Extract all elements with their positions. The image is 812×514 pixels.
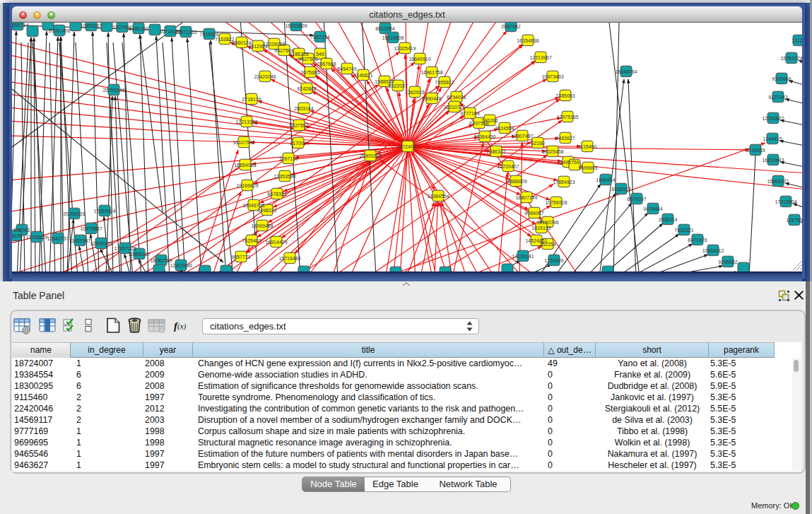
- svg-text:12213967: 12213967: [529, 55, 551, 60]
- svg-text:2935114: 2935114: [659, 217, 678, 222]
- svg-text:16782759: 16782759: [150, 258, 172, 263]
- svg-text:17359924: 17359924: [93, 209, 115, 214]
- svg-text:8454749: 8454749: [337, 66, 356, 71]
- svg-text:15716485: 15716485: [278, 256, 300, 261]
- svg-text:3498222: 3498222: [257, 208, 276, 213]
- svg-text:3675685: 3675685: [300, 70, 319, 75]
- svg-text:12975165: 12975165: [556, 115, 578, 119]
- svg-text:14136141: 14136141: [512, 254, 534, 259]
- svg-text:9115460: 9115460: [578, 144, 597, 149]
- svg-text:10654112: 10654112: [702, 248, 724, 253]
- svg-text:17957225: 17957225: [114, 246, 136, 251]
- svg-text:7632621: 7632621: [674, 228, 693, 233]
- svg-text:8990448: 8990448: [422, 96, 441, 101]
- svg-text:16154838: 16154838: [517, 38, 539, 43]
- svg-text:12213369: 12213369: [235, 119, 257, 124]
- svg-text:1362615: 1362615: [405, 90, 424, 95]
- svg-text:18807249: 18807249: [515, 195, 537, 200]
- svg-text:16033809: 16033809: [285, 23, 307, 28]
- svg-text:7625402: 7625402: [242, 238, 261, 243]
- svg-text:10046738: 10046738: [242, 203, 264, 208]
- svg-text:7955812: 7955812: [435, 80, 454, 85]
- svg-text:18640910: 18640910: [408, 57, 430, 62]
- svg-text:2867608: 2867608: [317, 62, 336, 66]
- svg-text:13325419: 13325419: [394, 46, 416, 51]
- svg-text:12093822: 12093822: [762, 116, 784, 121]
- svg-text:16120746: 16120746: [536, 220, 558, 225]
- svg-text:20053346: 20053346: [102, 88, 124, 93]
- svg-text:17016504: 17016504: [775, 199, 796, 204]
- svg-text:8215955: 8215955: [746, 148, 765, 153]
- svg-text:11156829: 11156829: [26, 235, 47, 240]
- svg-text:20206526: 20206526: [63, 211, 85, 216]
- svg-text:12942737: 12942737: [47, 236, 69, 241]
- svg-text:10807487: 10807487: [511, 134, 533, 139]
- svg-text:7857224: 7857224: [310, 35, 329, 40]
- svg-text:22420046: 22420046: [254, 74, 276, 79]
- svg-text:10756928: 10756928: [545, 200, 567, 205]
- svg-text:2803144: 2803144: [294, 106, 313, 111]
- svg-text:19218506: 19218506: [382, 35, 404, 40]
- svg-text:9227343: 9227343: [768, 95, 787, 100]
- svg-text:12923446: 12923446: [170, 263, 192, 268]
- svg-text:16648784: 16648784: [615, 69, 637, 74]
- svg-text:1640954: 1640954: [596, 177, 615, 182]
- svg-text:16914479: 16914479: [265, 240, 287, 245]
- svg-text:7485063: 7485063: [555, 93, 575, 98]
- svg-text:2718176: 2718176: [242, 97, 261, 102]
- svg-text:252254: 252254: [539, 242, 555, 247]
- svg-text:25300203: 25300203: [359, 153, 381, 158]
- svg-text:9084067: 9084067: [524, 211, 543, 216]
- svg-text:14099488: 14099488: [251, 223, 273, 228]
- svg-text:8678332: 8678332: [267, 192, 286, 197]
- svg-text:12505135: 12505135: [90, 241, 112, 246]
- svg-text:546: 546: [316, 52, 324, 57]
- svg-text:9329966: 9329966: [772, 76, 791, 81]
- svg-text:9777169: 9777169: [460, 111, 479, 116]
- svg-text:9245652: 9245652: [718, 259, 737, 264]
- svg-text:8186328: 8186328: [289, 52, 308, 57]
- svg-text:8938923: 8938923: [611, 187, 630, 192]
- svg-text:10975887: 10975887: [80, 226, 102, 231]
- svg-text:6794028: 6794028: [447, 95, 466, 100]
- svg-text:18654988: 18654988: [234, 163, 256, 168]
- svg-text:6579197: 6579197: [627, 197, 646, 201]
- svg-text:9699695: 9699695: [578, 165, 597, 170]
- svg-text:13495756: 13495756: [557, 160, 579, 165]
- svg-text:746266: 746266: [481, 118, 498, 123]
- svg-text:13226058: 13226058: [263, 42, 285, 47]
- svg-text:10973493: 10973493: [541, 74, 563, 79]
- svg-text:17654923: 17654923: [553, 180, 575, 185]
- svg-text:10107542: 10107542: [233, 140, 254, 145]
- svg-text:3267110: 3267110: [279, 156, 298, 161]
- svg-text:15720407: 15720407: [497, 164, 519, 169]
- svg-text:18724007: 18724007: [396, 144, 418, 149]
- svg-text:14055714: 14055714: [12, 23, 29, 28]
- svg-text:10688609: 10688609: [505, 179, 526, 184]
- svg-text:217004: 217004: [290, 141, 306, 146]
- svg-text:20364436: 20364436: [473, 134, 495, 139]
- svg-text:9463627: 9463627: [555, 136, 575, 141]
- svg-text:19166829: 19166829: [236, 183, 258, 188]
- svg-text:9857771: 9857771: [231, 255, 250, 259]
- svg-text:15692971: 15692971: [767, 179, 789, 184]
- svg-text:10958107: 10958107: [128, 252, 150, 257]
- svg-text:3624554: 3624554: [495, 126, 514, 131]
- svg-text:19384554: 19384554: [427, 194, 449, 199]
- svg-text:8471676: 8471676: [688, 238, 707, 243]
- svg-text:835061: 835061: [13, 228, 30, 233]
- svg-text:7986322: 7986322: [486, 149, 505, 154]
- svg-text:39159: 39159: [12, 233, 23, 238]
- svg-text:9242848: 9242848: [297, 86, 316, 91]
- svg-text:(x): (x): [177, 322, 187, 331]
- svg-text:1244415: 1244415: [763, 136, 782, 141]
- svg-text:1753426: 1753426: [544, 258, 563, 263]
- svg-text:62160: 62160: [531, 141, 545, 146]
- svg-text:16961758: 16961758: [420, 70, 442, 75]
- svg-text:6466160: 6466160: [129, 26, 148, 31]
- svg-text:10025458: 10025458: [541, 149, 563, 154]
- svg-text:16671355: 16671355: [175, 30, 196, 35]
- svg-text:11123: 11123: [792, 38, 802, 43]
- svg-text:16210643: 16210643: [762, 158, 784, 163]
- svg-text:8427552: 8427552: [289, 123, 308, 128]
